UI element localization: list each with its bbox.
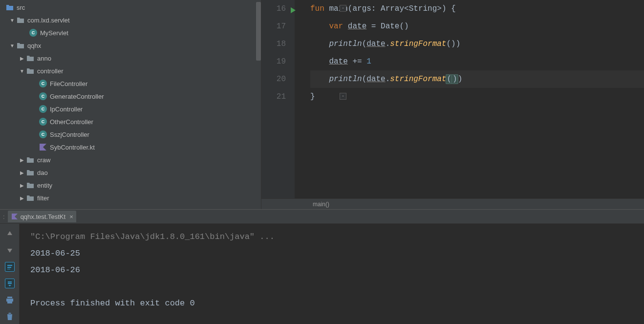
tree-label: craw xyxy=(37,156,50,164)
line-number: 21 xyxy=(261,88,286,106)
code-editor[interactable]: 16 17 18 19 20 21 - - fun main(args: Arr… xyxy=(261,0,644,209)
tree-label: com.lxd.servlet xyxy=(27,17,70,24)
chevron-down-icon: ▼ xyxy=(19,67,25,74)
folder-icon xyxy=(26,169,34,176)
tree-label: anno xyxy=(37,55,51,62)
chevron-right-icon: ▶ xyxy=(19,182,25,189)
tree-item-class[interactable]: C MyServlet xyxy=(0,26,261,39)
console-exit-message: Process finished with exit code 0 xyxy=(30,295,633,312)
chevron-down-icon: ▼ xyxy=(9,42,16,49)
scroll-up-icon[interactable] xyxy=(5,229,15,238)
tree-label: SybController.kt xyxy=(50,144,95,151)
folder-icon xyxy=(26,67,34,75)
tree-label: qqhx xyxy=(27,42,41,49)
run-tab-bar: : qqhx.test.TestKt × xyxy=(0,209,644,224)
tree-label: GenerateController xyxy=(50,93,104,100)
tree-item-class[interactable]: C FileController xyxy=(0,77,261,90)
print-icon[interactable] xyxy=(5,295,15,305)
tree-label: entity xyxy=(37,182,52,189)
tree-label: controller xyxy=(37,67,63,75)
run-tab[interactable]: qqhx.test.TestKt × xyxy=(8,211,76,222)
line-number: 18 xyxy=(261,35,286,53)
breadcrumb[interactable]: main() xyxy=(261,198,644,209)
console-output-line: 2018-06-25 xyxy=(30,245,633,262)
fold-end-icon[interactable]: - xyxy=(340,93,346,100)
tree-label: MyServlet xyxy=(40,29,68,37)
chevron-right-icon: ▶ xyxy=(19,194,25,201)
tree-item-kotlin-file[interactable]: SybController.kt xyxy=(0,141,261,153)
chevron-down-icon: ▼ xyxy=(9,17,16,23)
class-icon: C xyxy=(39,80,47,87)
close-icon[interactable]: × xyxy=(69,213,73,220)
folder-icon xyxy=(6,3,14,11)
tree-item-package[interactable]: ▶ craw xyxy=(0,153,261,166)
kotlin-file-icon xyxy=(11,213,19,220)
run-panel-toolbar xyxy=(0,224,20,324)
folder-icon xyxy=(26,181,34,189)
tree-item-class[interactable]: C GenerateController xyxy=(0,90,261,103)
class-icon: C xyxy=(39,130,47,138)
kotlin-file-icon xyxy=(39,143,47,151)
tree-label: IpController xyxy=(50,106,83,113)
chevron-right-icon: ▶ xyxy=(19,156,25,163)
class-icon: C xyxy=(39,118,47,126)
tree-label: filter xyxy=(37,194,49,202)
folder-icon xyxy=(17,42,24,49)
tree-item-class[interactable]: C OtherController xyxy=(0,115,261,128)
folder-icon xyxy=(26,194,34,202)
class-icon: C xyxy=(29,29,37,37)
scroll-down-icon[interactable] xyxy=(5,245,15,255)
breadcrumb-label: main() xyxy=(313,201,329,208)
run-tab-label: qqhx.test.TestKt xyxy=(21,213,66,220)
class-icon: C xyxy=(39,92,47,100)
tree-item-class[interactable]: C IpController xyxy=(0,103,261,115)
line-number: 19 xyxy=(261,53,286,70)
tree-label: dao xyxy=(37,169,48,176)
tree-item-package[interactable]: ▼ qqhx xyxy=(0,39,261,52)
tree-label: src xyxy=(17,4,25,11)
scroll-to-end-icon[interactable] xyxy=(5,279,15,288)
run-console[interactable]: "C:\Program Files\Java\jdk1.8.0_161\bin\… xyxy=(20,224,644,324)
folder-icon xyxy=(26,156,34,164)
tree-item-package[interactable]: ▶ dao xyxy=(0,166,261,179)
fold-start-icon[interactable]: - xyxy=(340,5,346,12)
tree-item-package[interactable]: ▶ anno xyxy=(0,52,261,65)
class-icon: C xyxy=(39,105,47,113)
line-number: 16 xyxy=(261,0,286,18)
tree-item-package[interactable]: ▼ controller xyxy=(0,65,261,77)
tree-scrollbar[interactable] xyxy=(256,2,261,61)
line-number: 17 xyxy=(261,18,286,35)
console-command: "C:\Program Files\Java\jdk1.8.0_161\bin\… xyxy=(30,229,633,245)
tree-item-src[interactable]: src xyxy=(0,1,261,14)
tree-item-class[interactable]: C SszjController xyxy=(0,128,261,141)
line-number-gutter[interactable]: 16 17 18 19 20 21 xyxy=(261,0,295,198)
folder-icon xyxy=(17,16,24,24)
tree-label: FileController xyxy=(50,80,87,87)
code-content[interactable]: - - fun main(args: Array<String>) { var … xyxy=(295,0,644,198)
tree-item-package[interactable]: ▼ com.lxd.servlet xyxy=(0,14,261,26)
chevron-right-icon: ▶ xyxy=(19,169,25,176)
console-output-line: 2018-06-26 xyxy=(30,262,633,279)
tree-label: OtherController xyxy=(50,118,93,126)
folder-icon xyxy=(26,54,34,62)
tree-label: SszjController xyxy=(50,131,89,138)
chevron-right-icon: ▶ xyxy=(19,55,25,62)
tree-item-package[interactable]: ▶ filter xyxy=(0,192,261,204)
project-tree[interactable]: src ▼ com.lxd.servlet C MyServlet ▼ qqhx… xyxy=(0,0,261,209)
soft-wrap-icon[interactable] xyxy=(5,262,15,272)
trash-icon[interactable] xyxy=(5,312,15,322)
tree-item-package[interactable]: ▶ entity xyxy=(0,179,261,192)
line-number: 20 xyxy=(261,70,286,88)
